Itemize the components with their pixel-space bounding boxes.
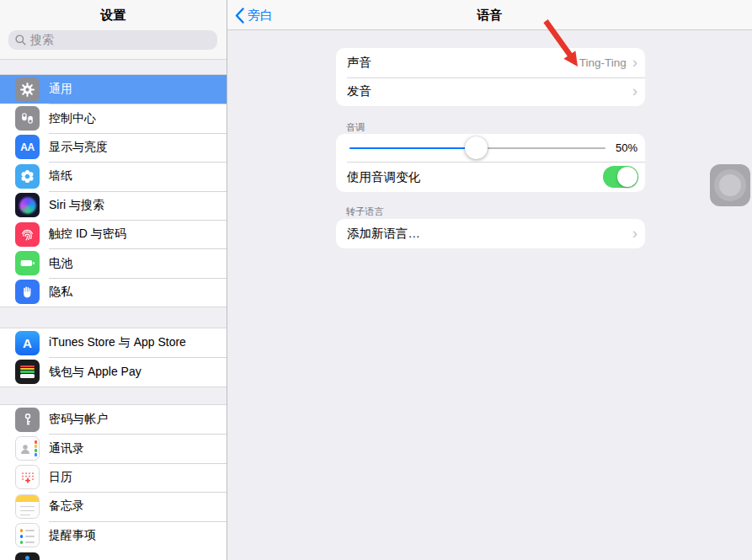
sidebar-item-calendar[interactable]: 日历 [0,463,227,492]
pitch-value: 50% [612,141,637,154]
pitch-change-label: 使用音调变化 [347,169,603,185]
sidebar-item-label: 墙纸 [49,168,72,184]
sidebar-item-label: 触控 ID 与密码 [49,227,126,242]
toggle-knob [617,167,637,187]
control-center-icon [15,106,40,131]
sidebar-item-label: 显示与亮度 [49,140,108,155]
reminders-icon [15,523,40,547]
pitch-change-toggle[interactable] [603,166,638,188]
wallet-icon [15,360,40,384]
sidebar-group-accounts-apps: 密码与帐户 通讯录 日历 备忘录 [0,405,227,550]
slider-fill [349,147,476,149]
chevron-right-icon: › [632,83,637,99]
sidebar-item-itunes-appstore[interactable]: A iTunes Store 与 App Store [0,328,227,357]
settings-sidebar: 设置 搜索 通用 控制中心 AA 显示与亮度 [0,0,227,560]
gear-icon [15,77,40,102]
fingerprint-icon [15,222,40,247]
hand-icon [15,280,40,304]
sidebar-item-wallpaper[interactable]: 墙纸 [0,162,227,190]
ipad-settings-screen: 设置 搜索 通用 控制中心 AA 显示与亮度 [0,0,752,560]
sidebar-item-general[interactable]: 通用 [0,75,227,104]
section-gap [0,59,227,75]
sidebar-item-siri-search[interactable]: Siri 与搜索 [0,191,227,220]
section-gap [0,387,227,405]
sidebar-item-label: 日历 [49,470,72,485]
chevron-right-icon: › [632,54,637,70]
display-brightness-icon: AA [15,135,40,159]
pitch-card: 50% 使用音调变化 [336,134,645,192]
add-language-label: 添加新语言… [347,226,632,242]
voice-label: 声音 [347,55,579,71]
voice-card: 声音 Ting-Ting › 发音 › [336,48,645,106]
sidebar-item-label: 通讯录 [49,441,84,456]
app-store-icon: A [15,331,40,355]
chevron-right-icon: › [632,225,637,241]
sidebar-item-label: 电池 [49,256,72,271]
sidebar-item-contacts[interactable]: 通讯录 [0,434,227,462]
voice-row[interactable]: 声音 Ting-Ting › [336,48,645,77]
search-placeholder: 搜索 [30,33,54,48]
rotor-card: 添加新语言… › [336,219,645,248]
sidebar-item-label: iTunes Store 与 App Store [49,335,186,350]
sidebar-item-battery[interactable]: 电池 [0,248,227,277]
sidebar-item-label: 控制中心 [49,111,96,126]
section-gap [0,307,227,328]
sidebar-item-notes[interactable]: 备忘录 [0,492,227,520]
search-icon [15,35,26,45]
sidebar-item-label: 钱包与 Apple Pay [49,365,141,380]
rotor-section-header: 转子语言 [346,205,384,218]
sidebar-item-label: 通用 [49,82,72,97]
sidebar-group-system: 通用 控制中心 AA 显示与亮度 墙纸 Siri 与搜索 [0,75,227,307]
search-input[interactable]: 搜索 [8,30,217,50]
page-title: 语音 [227,0,752,30]
sidebar-header: 设置 搜索 [0,0,227,59]
sidebar-item-display-brightness[interactable]: AA 显示与亮度 [0,133,227,162]
sidebar-item-passwords-accounts[interactable]: 密码与帐户 [0,405,227,434]
sidebar-item-privacy[interactable]: 隐私 [0,278,227,307]
voice-memos-partial-icon [15,552,40,560]
pitch-section-header: 音调 [346,121,365,134]
sidebar-item-label: 隐私 [49,285,72,300]
sidebar-item-control-center[interactable]: 控制中心 [0,104,227,132]
sidebar-item-touch-id-passcode[interactable]: 触控 ID 与密码 [0,220,227,248]
contacts-icon [15,436,40,461]
sidebar-item-label: 提醒事项 [49,528,96,543]
pitch-slider-row: 50% [336,134,645,162]
sidebar-item-label: 备忘录 [49,499,84,514]
calendar-icon [15,465,40,489]
wallpaper-icon [15,164,40,189]
assistive-touch-button[interactable] [710,164,750,206]
add-language-row[interactable]: 添加新语言… › [336,219,645,248]
sidebar-group-store: A iTunes Store 与 App Store 钱包与 Apple Pay [0,328,227,387]
battery-icon [15,251,40,275]
pitch-change-row: 使用音调变化 [336,162,645,192]
pronunciation-label: 发音 [347,83,632,99]
voice-value: Ting-Ting [579,56,627,69]
navigation-bar: 旁白 语音 [227,0,752,30]
sidebar-title: 设置 [0,0,227,30]
key-icon [15,408,40,432]
sidebar-item-label: Siri 与搜索 [49,198,104,213]
siri-icon [15,193,40,217]
voice-settings-pane: 旁白 语音 声音 Ting-Ting › 发音 › 音调 [227,0,752,560]
sidebar-item-label: 密码与帐户 [49,412,108,427]
pronunciation-row[interactable]: 发音 › [336,77,645,107]
sidebar-item-wallet-apple-pay[interactable]: 钱包与 Apple Pay [0,357,227,386]
slider-thumb[interactable] [465,136,488,159]
pitch-slider[interactable] [349,147,605,149]
sidebar-item-reminders[interactable]: 提醒事项 [0,521,227,550]
notes-icon [15,494,40,519]
